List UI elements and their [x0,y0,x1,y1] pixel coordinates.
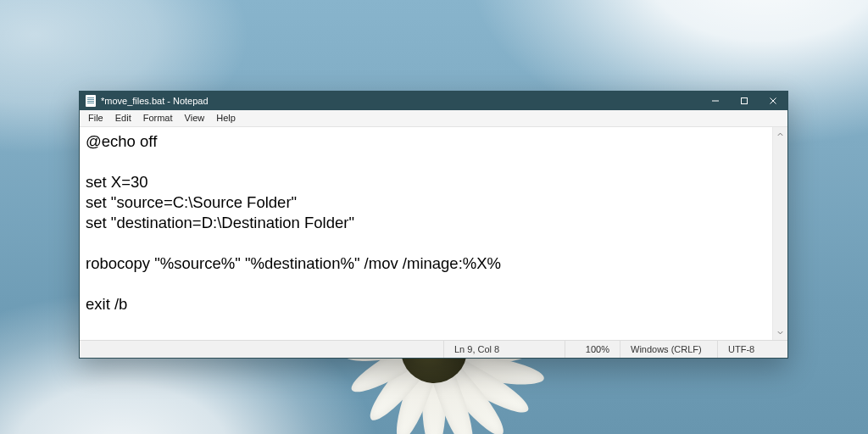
status-zoom: 100% [565,341,620,358]
maximize-button[interactable] [730,92,759,110]
statusbar: Ln 9, Col 8 100% Windows (CRLF) UTF-8 [80,340,787,358]
menu-file[interactable]: File [82,110,109,126]
vertical-scrollbar[interactable] [772,127,787,340]
status-position: Ln 9, Col 8 [444,341,565,358]
editor-area: @echo off set X=30 set "source=C:\Source… [80,127,787,340]
window-title: *move_files.bat - Notepad [101,96,214,106]
menu-format[interactable]: Format [137,110,179,126]
titlebar[interactable]: *move_files.bat - Notepad [80,92,787,110]
scroll-up-icon[interactable] [773,127,787,142]
text-editor[interactable]: @echo off set X=30 set "source=C:\Source… [80,127,787,340]
svg-rect-1 [742,98,748,104]
status-encoding: UTF-8 [718,341,787,358]
notepad-icon [86,95,96,107]
menu-view[interactable]: View [179,110,211,126]
notepad-window: *move_files.bat - Notepad File Edit Form… [79,91,788,359]
status-line-ending: Windows (CRLF) [620,341,718,358]
menu-help[interactable]: Help [210,110,242,126]
minimize-button[interactable] [701,92,730,110]
close-button[interactable] [759,92,787,110]
scroll-down-icon[interactable] [773,326,787,340]
menu-edit[interactable]: Edit [109,110,137,126]
menubar: File Edit Format View Help [80,110,787,127]
